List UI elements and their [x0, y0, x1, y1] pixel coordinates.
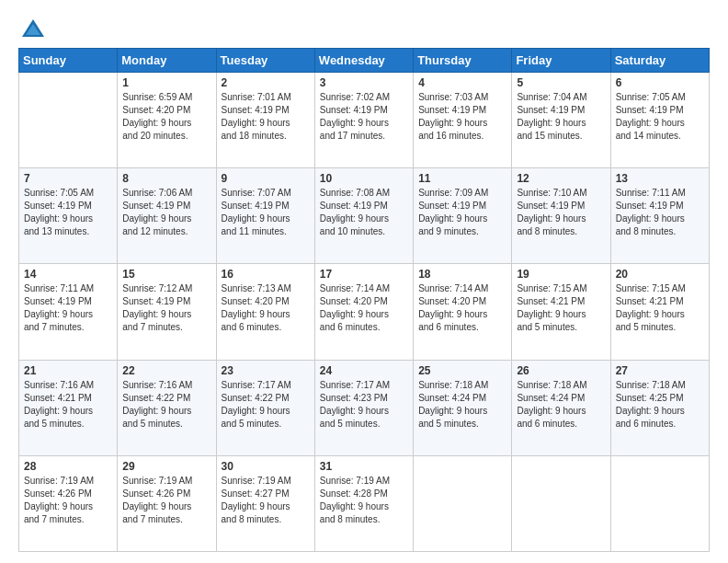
day-number: 1 — [122, 76, 210, 89]
col-thursday: Thursday — [414, 49, 512, 73]
day-info: Sunrise: 7:19 AM Sunset: 4:26 PM Dayligh… — [122, 475, 210, 526]
day-info: Sunrise: 7:18 AM Sunset: 4:24 PM Dayligh… — [418, 379, 506, 431]
day-cell — [512, 455, 610, 551]
day-cell: 27Sunrise: 7:18 AM Sunset: 4:25 PM Dayli… — [610, 360, 709, 455]
day-number: 10 — [320, 172, 408, 185]
day-info: Sunrise: 7:19 AM Sunset: 4:26 PM Dayligh… — [24, 475, 112, 526]
day-info: Sunrise: 7:14 AM Sunset: 4:20 PM Dayligh… — [418, 282, 506, 334]
day-number: 8 — [122, 172, 210, 185]
calendar-table: Sunday Monday Tuesday Wednesday Thursday… — [18, 48, 710, 552]
day-cell: 5Sunrise: 7:04 AM Sunset: 4:19 PM Daylig… — [512, 73, 610, 168]
logo-icon — [20, 17, 46, 42]
day-number: 5 — [517, 76, 605, 89]
day-cell: 20Sunrise: 7:15 AM Sunset: 4:21 PM Dayli… — [610, 264, 709, 360]
day-number: 19 — [517, 268, 605, 281]
day-info: Sunrise: 7:15 AM Sunset: 4:21 PM Dayligh… — [616, 282, 704, 334]
col-sunday: Sunday — [19, 49, 118, 73]
day-info: Sunrise: 7:18 AM Sunset: 4:24 PM Dayligh… — [517, 379, 605, 431]
day-info: Sunrise: 7:15 AM Sunset: 4:21 PM Dayligh… — [517, 282, 605, 334]
day-cell: 17Sunrise: 7:14 AM Sunset: 4:20 PM Dayli… — [314, 264, 413, 360]
day-cell: 3Sunrise: 7:02 AM Sunset: 4:19 PM Daylig… — [314, 73, 413, 168]
day-info: Sunrise: 7:05 AM Sunset: 4:19 PM Dayligh… — [616, 91, 704, 143]
logo — [18, 17, 46, 39]
week-row-3: 14Sunrise: 7:11 AM Sunset: 4:19 PM Dayli… — [19, 264, 710, 360]
day-number: 23 — [222, 364, 310, 377]
day-cell: 14Sunrise: 7:11 AM Sunset: 4:19 PM Dayli… — [19, 264, 118, 360]
day-info: Sunrise: 7:13 AM Sunset: 4:20 PM Dayligh… — [222, 282, 310, 334]
day-cell — [414, 455, 512, 551]
day-info: Sunrise: 7:16 AM Sunset: 4:22 PM Dayligh… — [122, 379, 210, 431]
day-number: 30 — [222, 460, 310, 473]
day-cell: 12Sunrise: 7:10 AM Sunset: 4:19 PM Dayli… — [512, 168, 610, 264]
day-cell: 18Sunrise: 7:14 AM Sunset: 4:20 PM Dayli… — [414, 264, 512, 360]
day-number: 26 — [517, 364, 605, 377]
day-number: 28 — [24, 460, 112, 473]
day-number: 3 — [320, 76, 408, 89]
day-cell: 1Sunrise: 6:59 AM Sunset: 4:20 PM Daylig… — [118, 73, 216, 168]
day-cell: 16Sunrise: 7:13 AM Sunset: 4:20 PM Dayli… — [216, 264, 314, 360]
col-saturday: Saturday — [610, 49, 709, 73]
day-number: 12 — [517, 172, 605, 185]
day-info: Sunrise: 7:01 AM Sunset: 4:19 PM Dayligh… — [222, 91, 310, 143]
header-row: Sunday Monday Tuesday Wednesday Thursday… — [19, 49, 710, 73]
logo-text — [18, 17, 46, 39]
day-number: 17 — [320, 268, 408, 281]
day-cell: 15Sunrise: 7:12 AM Sunset: 4:19 PM Dayli… — [118, 264, 216, 360]
day-cell: 6Sunrise: 7:05 AM Sunset: 4:19 PM Daylig… — [610, 73, 709, 168]
day-number: 14 — [24, 268, 112, 281]
day-number: 22 — [122, 364, 210, 377]
day-cell — [610, 455, 709, 551]
day-cell: 13Sunrise: 7:11 AM Sunset: 4:19 PM Dayli… — [610, 168, 709, 264]
week-row-5: 28Sunrise: 7:19 AM Sunset: 4:26 PM Dayli… — [19, 455, 710, 551]
day-info: Sunrise: 7:17 AM Sunset: 4:22 PM Dayligh… — [222, 379, 310, 431]
day-info: Sunrise: 7:09 AM Sunset: 4:19 PM Dayligh… — [418, 187, 506, 238]
day-cell: 28Sunrise: 7:19 AM Sunset: 4:26 PM Dayli… — [19, 455, 118, 551]
day-cell: 4Sunrise: 7:03 AM Sunset: 4:19 PM Daylig… — [414, 73, 512, 168]
day-number: 29 — [122, 460, 210, 473]
header — [18, 17, 710, 39]
day-number: 15 — [122, 268, 210, 281]
day-number: 11 — [418, 172, 506, 185]
day-info: Sunrise: 7:03 AM Sunset: 4:19 PM Dayligh… — [418, 91, 506, 143]
day-cell — [19, 73, 118, 168]
day-info: Sunrise: 7:07 AM Sunset: 4:19 PM Dayligh… — [222, 187, 310, 238]
day-number: 9 — [222, 172, 310, 185]
day-info: Sunrise: 7:16 AM Sunset: 4:21 PM Dayligh… — [24, 379, 112, 431]
day-number: 2 — [222, 76, 310, 89]
day-cell: 26Sunrise: 7:18 AM Sunset: 4:24 PM Dayli… — [512, 360, 610, 455]
day-cell: 21Sunrise: 7:16 AM Sunset: 4:21 PM Dayli… — [19, 360, 118, 455]
day-info: Sunrise: 7:14 AM Sunset: 4:20 PM Dayligh… — [320, 282, 408, 334]
col-wednesday: Wednesday — [314, 49, 413, 73]
day-number: 20 — [616, 268, 704, 281]
day-number: 21 — [24, 364, 112, 377]
day-info: Sunrise: 7:18 AM Sunset: 4:25 PM Dayligh… — [616, 379, 704, 431]
week-row-1: 1Sunrise: 6:59 AM Sunset: 4:20 PM Daylig… — [19, 73, 710, 168]
day-info: Sunrise: 7:19 AM Sunset: 4:28 PM Dayligh… — [320, 475, 408, 526]
day-cell: 9Sunrise: 7:07 AM Sunset: 4:19 PM Daylig… — [216, 168, 314, 264]
day-number: 25 — [418, 364, 506, 377]
day-info: Sunrise: 7:19 AM Sunset: 4:27 PM Dayligh… — [222, 475, 310, 526]
day-cell: 29Sunrise: 7:19 AM Sunset: 4:26 PM Dayli… — [118, 455, 216, 551]
day-number: 27 — [616, 364, 704, 377]
day-cell: 19Sunrise: 7:15 AM Sunset: 4:21 PM Dayli… — [512, 264, 610, 360]
day-cell: 2Sunrise: 7:01 AM Sunset: 4:19 PM Daylig… — [216, 73, 314, 168]
day-cell: 22Sunrise: 7:16 AM Sunset: 4:22 PM Dayli… — [118, 360, 216, 455]
day-cell: 8Sunrise: 7:06 AM Sunset: 4:19 PM Daylig… — [118, 168, 216, 264]
day-number: 13 — [616, 172, 704, 185]
col-monday: Monday — [118, 49, 216, 73]
day-info: Sunrise: 7:10 AM Sunset: 4:19 PM Dayligh… — [517, 187, 605, 238]
day-cell: 7Sunrise: 7:05 AM Sunset: 4:19 PM Daylig… — [19, 168, 118, 264]
day-number: 4 — [418, 76, 506, 89]
page: Sunday Monday Tuesday Wednesday Thursday… — [0, 0, 728, 563]
day-number: 7 — [24, 172, 112, 185]
day-number: 18 — [418, 268, 506, 281]
day-cell: 24Sunrise: 7:17 AM Sunset: 4:23 PM Dayli… — [314, 360, 413, 455]
day-info: Sunrise: 7:04 AM Sunset: 4:19 PM Dayligh… — [517, 91, 605, 143]
week-row-2: 7Sunrise: 7:05 AM Sunset: 4:19 PM Daylig… — [19, 168, 710, 264]
day-info: Sunrise: 7:02 AM Sunset: 4:19 PM Dayligh… — [320, 91, 408, 143]
day-info: Sunrise: 7:11 AM Sunset: 4:19 PM Dayligh… — [616, 187, 704, 238]
day-info: Sunrise: 7:11 AM Sunset: 4:19 PM Dayligh… — [24, 282, 112, 334]
day-cell: 10Sunrise: 7:08 AM Sunset: 4:19 PM Dayli… — [314, 168, 413, 264]
day-info: Sunrise: 7:17 AM Sunset: 4:23 PM Dayligh… — [320, 379, 408, 431]
col-tuesday: Tuesday — [216, 49, 314, 73]
